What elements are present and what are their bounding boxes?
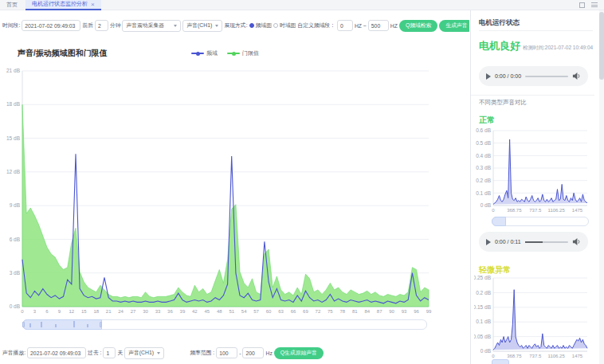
band-unit: HZ <box>390 23 398 29</box>
collector-select[interactable]: 声音震动采集器 <box>122 20 181 32</box>
motor-status-text: 电机良好 <box>479 39 520 53</box>
svg-text:51: 51 <box>229 309 234 314</box>
brush-handle-right[interactable] <box>100 322 102 327</box>
svg-text:18: 18 <box>93 309 99 314</box>
svg-text:12: 12 <box>69 309 74 314</box>
band-to-input[interactable] <box>368 20 389 31</box>
legend-label: 门限值 <box>242 49 259 57</box>
generate-raw-sound-button[interactable]: Q生成原始声音 <box>274 347 324 359</box>
collector-select-value: 声音震动采集器 <box>126 22 171 29</box>
past-label: 过去 : <box>88 349 101 357</box>
tab-bar: 首页 电机运行状态监控分析 × <box>0 0 604 10</box>
audio-player-live: 0:00 / 0:00 <box>479 66 588 86</box>
radio-unselected-icon <box>273 23 278 28</box>
svg-text:90: 90 <box>389 309 394 314</box>
svg-text:93: 93 <box>402 309 407 314</box>
play-label: 声音播放: <box>2 349 25 357</box>
volume-icon[interactable] <box>572 237 581 246</box>
svg-text:27: 27 <box>131 309 136 314</box>
svg-text:368.75: 368.75 <box>507 354 522 358</box>
svg-text:0.1 dB: 0.1 dB <box>476 319 491 324</box>
sample-datazoom-selection[interactable] <box>492 217 506 226</box>
svg-text:1475: 1475 <box>572 208 583 213</box>
progress-bar[interactable] <box>525 241 568 243</box>
svg-text:72: 72 <box>316 309 321 314</box>
around-label: 前后 <box>82 22 93 29</box>
channel-select[interactable]: 声音(CH1) <box>182 20 222 32</box>
divider <box>471 95 594 96</box>
svg-text:75: 75 <box>327 309 333 314</box>
radio-time-domain[interactable]: 时域图 <box>273 22 296 29</box>
range-label: 频率范围 : <box>190 349 214 357</box>
svg-text:0: 0 <box>492 354 495 358</box>
svg-text:0.1 dB: 0.1 dB <box>476 190 491 196</box>
tab-motor-monitor[interactable]: 电机运行状态监控分析 × <box>25 0 101 10</box>
svg-text:57: 57 <box>253 309 259 314</box>
svg-text:368.75: 368.75 <box>507 208 522 213</box>
scrollbar[interactable] <box>599 10 604 364</box>
normal-sample-label: 正常 <box>479 115 495 126</box>
query-toolbar: 时间段: 前后 分钟 声音震动采集器 声音(CH1) 展现方式: 频域图 时域图 <box>2 18 469 33</box>
past-days-input[interactable] <box>103 347 116 358</box>
svg-text:18 dB: 18 dB <box>6 101 20 107</box>
fullscreen-icon[interactable] <box>579 2 585 8</box>
chart-title: 声音/振动频域图和门限值 <box>18 48 108 59</box>
sample-datazoom-slider[interactable] <box>492 217 589 226</box>
playback-channel-select[interactable]: 声音(CH1) <box>124 347 164 359</box>
tabbar-actions <box>579 2 598 8</box>
svg-text:9 dB: 9 dB <box>10 202 20 208</box>
datazoom-slider[interactable] <box>22 319 427 330</box>
time-input[interactable] <box>22 20 80 31</box>
svg-text:0.25 dB: 0.25 dB <box>474 275 491 280</box>
svg-text:24: 24 <box>118 309 124 314</box>
minutes-label: 分钟 <box>110 22 121 29</box>
svg-text:45: 45 <box>204 309 210 314</box>
radio-selected-icon <box>249 23 254 28</box>
svg-text:21: 21 <box>106 309 112 314</box>
progress-bar[interactable] <box>525 76 568 77</box>
svg-text:0.6 dB: 0.6 dB <box>476 127 491 133</box>
spectrum-threshold-chart[interactable]: 21 dB18 dB15 dB12 dB9 dB6 dB3 dB0 dB0369… <box>2 66 438 318</box>
generate-sound-button[interactable]: 生成声音 <box>439 20 469 32</box>
svg-text:9: 9 <box>58 309 61 314</box>
play-time-input[interactable] <box>27 347 86 358</box>
scrollbar-thumb[interactable] <box>599 12 604 80</box>
main-panel: 时间段: 前后 分钟 声音震动采集器 声音(CH1) 展现方式: 频域图 时域图 <box>0 10 470 364</box>
around-minutes-input[interactable] <box>95 20 108 31</box>
svg-text:0.2 dB: 0.2 dB <box>476 178 491 183</box>
close-icon[interactable]: × <box>91 1 95 8</box>
audio-player-sample: 0:00 / 0:11 <box>479 232 588 252</box>
legend-item-frequency[interactable]: 频域 <box>191 49 218 57</box>
svg-text:33: 33 <box>155 309 161 314</box>
svg-text:0.05 dB: 0.05 dB <box>474 334 491 339</box>
range-separator: - <box>239 350 241 356</box>
range-from-input[interactable] <box>216 347 237 358</box>
sample-datazoom-track[interactable] <box>492 217 589 226</box>
volume-icon[interactable] <box>572 72 581 80</box>
brush-handle-left[interactable] <box>22 322 25 327</box>
radio-frequency-domain[interactable]: 频域图 <box>249 22 272 29</box>
range-to-input[interactable] <box>242 347 264 358</box>
status-panel-title: 电机运行状态 <box>479 15 593 31</box>
range-unit: Hz <box>265 350 272 356</box>
mild-abnormal-chart[interactable]: 0.25 dB0.2 dB0.15 dB0.1 dB0.05 dB0 dB036… <box>474 275 594 361</box>
menu-icon[interactable] <box>591 2 598 7</box>
nav-home[interactable]: 首页 <box>6 1 18 9</box>
channel-select-value: 声音(CH1) <box>186 22 213 29</box>
sample-datazoom-stub[interactable] <box>492 359 509 364</box>
time-range-label: 时间段: <box>2 22 20 29</box>
legend-item-threshold[interactable]: 门限值 <box>227 49 259 57</box>
svg-text:0: 0 <box>492 208 495 213</box>
play-icon[interactable] <box>486 239 491 245</box>
svg-text:60: 60 <box>266 309 272 314</box>
band-from-input[interactable] <box>337 20 353 31</box>
play-icon[interactable] <box>486 73 491 80</box>
svg-text:0: 0 <box>21 309 24 314</box>
svg-text:737.5: 737.5 <box>529 354 542 358</box>
search-spectrum-button[interactable]: Q频域检索 <box>399 20 437 32</box>
svg-text:42: 42 <box>192 309 198 314</box>
svg-text:81: 81 <box>352 309 358 314</box>
normal-sample-chart[interactable]: 0.6 dB0.5 dB0.4 dB0.3 dB0.2 dB0.1 dB0 dB… <box>474 127 594 215</box>
datazoom-selection[interactable] <box>22 319 102 330</box>
playback-channel-value: 声音(CH1) <box>128 349 155 357</box>
